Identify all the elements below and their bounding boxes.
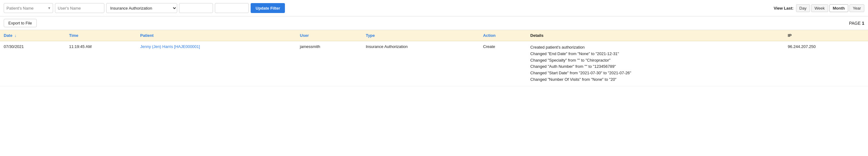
cell-action: Create <box>479 41 527 86</box>
col-type: Type <box>362 30 479 41</box>
cell-date: 07/30/2021 <box>0 41 65 86</box>
view-month-button[interactable]: Month <box>829 4 848 12</box>
cell-ip: 96.244.207.250 <box>784 41 868 86</box>
cell-patient: Jenny (Jen) Harris [HAJE000001] <box>136 41 296 86</box>
type-select[interactable]: Insurance Authorization Appointment Bill… <box>106 3 177 13</box>
col-time: Time <box>65 30 137 41</box>
filter-bar: ▼ Insurance Authorization Appointment Bi… <box>0 0 868 17</box>
sort-down-icon: ↓ <box>14 33 17 38</box>
view-year-button[interactable]: Year <box>849 4 864 12</box>
cell-time: 11:19:45 AM <box>65 41 137 86</box>
table-row: 07/30/2021 11:19:45 AM Jenny (Jen) Harri… <box>0 41 868 86</box>
detail-line: Changed "Specialty" from "" to "Chiropra… <box>530 57 780 64</box>
date-to-input[interactable]: 07/30/2021 <box>215 3 249 13</box>
page-info: PAGE 1 <box>849 21 864 26</box>
cell-user: jamessmith <box>296 41 362 86</box>
date-from-input[interactable]: 07/30/2020 <box>179 3 213 13</box>
table-header-row: Date ↓ Time Patient User Type Action Det… <box>0 30 868 41</box>
detail-line: Changed "End Date" from "None" to "2021-… <box>530 51 780 57</box>
update-filter-button[interactable]: Update Filter <box>251 3 285 13</box>
page-label: PAGE <box>849 21 861 26</box>
col-patient: Patient <box>136 30 296 41</box>
audit-table: Date ↓ Time Patient User Type Action Det… <box>0 30 868 86</box>
col-date[interactable]: Date ↓ <box>0 30 65 41</box>
view-last-label: View Last: <box>774 6 794 10</box>
action-bar: Export to File PAGE 1 <box>0 17 868 30</box>
detail-line: Changed "Auth Number" from "" to "123456… <box>530 63 780 70</box>
export-button[interactable]: Export to File <box>4 19 37 27</box>
detail-line: Changed "Number Of Visits" from "None" t… <box>530 76 780 83</box>
cell-type: Insurance Authorization <box>362 41 479 86</box>
page-number: 1 <box>862 21 864 26</box>
cell-details: Created patient's authorizationChanged "… <box>527 41 784 86</box>
detail-line: Changed "Start Date" from "2021-07-30" t… <box>530 70 780 76</box>
col-details: Details <box>527 30 784 41</box>
patient-name-input[interactable] <box>4 3 53 13</box>
view-week-button[interactable]: Week <box>811 4 828 12</box>
col-ip: IP <box>784 30 868 41</box>
patient-name-wrap: ▼ <box>4 3 53 13</box>
patient-link[interactable]: Jenny (Jen) Harris [HAJE000001] <box>140 44 200 49</box>
col-action: Action <box>479 30 527 41</box>
user-name-input[interactable] <box>55 3 104 13</box>
detail-line: Created patient's authorization <box>530 44 780 51</box>
view-day-button[interactable]: Day <box>796 4 810 12</box>
view-last-section: View Last: Day Week Month Year <box>774 4 864 12</box>
col-user: User <box>296 30 362 41</box>
